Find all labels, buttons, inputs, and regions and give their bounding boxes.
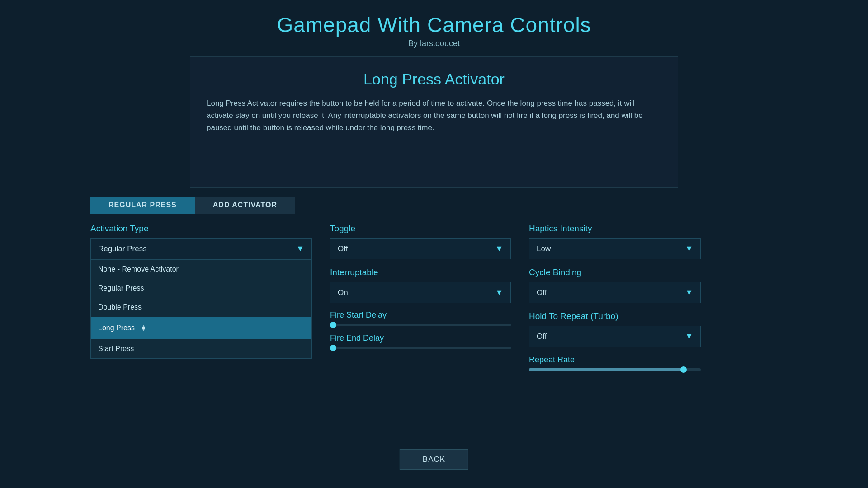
- activation-type-arrow-icon: ▼: [296, 244, 304, 253]
- cycle-binding-btn[interactable]: Off ▼: [529, 282, 701, 303]
- haptics-dropdown[interactable]: Low ▼: [529, 238, 701, 259]
- fire-start-delay-section: Fire Start Delay: [330, 310, 511, 326]
- interruptable-btn[interactable]: On ▼: [330, 282, 511, 303]
- option-none-remove[interactable]: None - Remove Activator: [91, 260, 311, 279]
- fire-end-delay-track[interactable]: [330, 347, 511, 349]
- activation-type-btn[interactable]: Regular Press ▼: [90, 238, 312, 259]
- main-panel: Long Press Activator Long Press Activato…: [190, 56, 678, 188]
- cycle-binding-dropdown[interactable]: Off ▼: [529, 282, 701, 303]
- panel-title: Long Press Activator: [207, 70, 661, 88]
- page-subtitle: By lars.doucet: [0, 39, 868, 48]
- haptics-value: Low: [537, 244, 551, 253]
- tab-add-activator[interactable]: ADD ACTIVATOR: [195, 197, 295, 214]
- activation-type-dropdown[interactable]: Regular Press ▼ None - Remove Activator …: [90, 238, 312, 259]
- toggle-dropdown[interactable]: Off ▼: [330, 238, 511, 259]
- toggle-value: Off: [338, 244, 348, 253]
- repeat-rate-section: Repeat Rate: [529, 355, 701, 371]
- tabs-row: REGULAR PRESS ADD ACTIVATOR: [0, 197, 868, 214]
- page-title: Gamepad With Camera Controls: [0, 0, 868, 37]
- toggle-label: Toggle: [330, 224, 511, 234]
- tab-regular-press[interactable]: REGULAR PRESS: [90, 197, 195, 214]
- panel-description: Long Press Activator requires the button…: [207, 97, 661, 134]
- interruptable-value: On: [338, 288, 348, 297]
- activation-type-label: Activation Type: [90, 224, 312, 234]
- cycle-binding-arrow-icon: ▼: [685, 288, 693, 297]
- long-press-text: Long Press: [98, 324, 135, 332]
- repeat-rate-track[interactable]: [529, 368, 701, 371]
- activation-type-list: None - Remove Activator Regular Press Do…: [90, 259, 312, 359]
- cycle-binding-label: Cycle Binding: [529, 267, 701, 277]
- fire-end-delay-thumb[interactable]: [330, 345, 336, 351]
- haptics-label: Haptics Intensity: [529, 224, 701, 234]
- option-regular-press[interactable]: Regular Press: [91, 279, 311, 298]
- repeat-rate-fill: [529, 368, 684, 371]
- hold-to-repeat-label: Hold To Repeat (Turbo): [529, 311, 701, 321]
- activation-type-value: Regular Press: [98, 244, 147, 253]
- toggle-arrow-icon: ▼: [495, 244, 503, 253]
- col-right: Haptics Intensity Low ▼ Cycle Binding Of…: [511, 220, 701, 373]
- fire-start-delay-track[interactable]: [330, 324, 511, 326]
- cycle-binding-value: Off: [537, 288, 547, 297]
- col-activation-type: Activation Type Regular Press ▼ None - R…: [90, 220, 312, 373]
- fire-start-delay-thumb[interactable]: [330, 322, 336, 328]
- cursor-icon: ➧: [139, 322, 147, 334]
- hold-to-repeat-btn[interactable]: Off ▼: [529, 326, 701, 347]
- fire-start-delay-fill: [330, 324, 511, 326]
- interruptable-label: Interruptable: [330, 267, 511, 277]
- fire-end-delay-label: Fire End Delay: [330, 333, 511, 343]
- fire-start-delay-label: Fire Start Delay: [330, 310, 511, 320]
- haptics-btn[interactable]: Low ▼: [529, 238, 701, 259]
- haptics-arrow-icon: ▼: [685, 244, 693, 253]
- repeat-rate-label: Repeat Rate: [529, 355, 701, 365]
- toggle-btn[interactable]: Off ▼: [330, 238, 511, 259]
- col-middle: Toggle Off ▼ Interruptable On ▼ Fire Sta…: [312, 220, 511, 373]
- option-long-press[interactable]: Long Press ➧: [91, 317, 311, 339]
- back-button[interactable]: BACK: [400, 449, 468, 470]
- interruptable-arrow-icon: ▼: [495, 288, 503, 297]
- hold-to-repeat-arrow-icon: ▼: [685, 332, 693, 341]
- hold-to-repeat-dropdown[interactable]: Off ▼: [529, 326, 701, 347]
- repeat-rate-thumb[interactable]: [680, 366, 687, 373]
- option-double-press[interactable]: Double Press: [91, 298, 311, 317]
- option-start-press[interactable]: Start Press: [91, 339, 311, 358]
- interruptable-dropdown[interactable]: On ▼: [330, 282, 511, 303]
- content-area: Activation Type Regular Press ▼ None - R…: [0, 220, 868, 373]
- fire-end-delay-section: Fire End Delay: [330, 333, 511, 349]
- fire-end-delay-fill: [330, 347, 511, 349]
- hold-to-repeat-value: Off: [537, 332, 547, 341]
